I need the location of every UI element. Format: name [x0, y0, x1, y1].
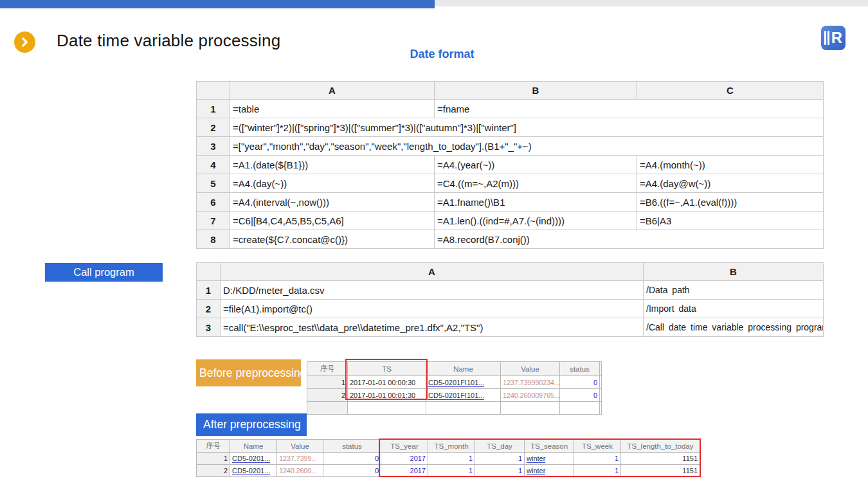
partial-row	[307, 402, 602, 415]
data-cell: 1	[307, 376, 348, 389]
table-row: 3=call("E:\\esproc_test\\data_pre\\datet…	[197, 318, 824, 337]
data-cell: 0	[560, 376, 600, 389]
column-header: TS_year	[381, 440, 428, 453]
column-header: 序号	[307, 362, 348, 376]
column-header	[600, 362, 602, 376]
column-header: status	[560, 362, 600, 376]
column-header: TS_month	[428, 440, 475, 453]
code-cell: =create(${C7.concat@c()})	[230, 230, 435, 249]
column-header: TS	[348, 362, 426, 376]
data-cell	[600, 389, 602, 402]
row-number: 1	[197, 281, 221, 300]
code-cell: D:/KDD/meter_data.csv	[221, 281, 644, 300]
code-cell: /Data path	[644, 281, 824, 300]
table-row: 5=A4.(day(~))=C4.((m=~,A2(m)))=A4.(day@w…	[197, 174, 824, 193]
code-cell: =C6|[B4,C4,A5,B5,C5,A6]	[230, 212, 435, 230]
before-preprocessing-label: Before preprocessing	[196, 359, 301, 386]
row-number: 1	[197, 100, 230, 118]
table-row: 1D:/KDD/meter_data.csv/Data path	[197, 281, 824, 300]
data-cell: 2	[197, 465, 230, 477]
table-row: 12017-01-01 00:00:30CD5-0201FI101...1237…	[307, 376, 602, 389]
after-preprocessing-label: After preprocessing	[196, 413, 307, 436]
after-table: 序号NameValuestatusTS_yearTS_monthTS_dayTS…	[196, 439, 700, 477]
code-cell: =B6|A3	[637, 212, 824, 230]
data-cell: 2	[307, 389, 348, 402]
code-cell: =file(A1).import@tc()	[221, 300, 644, 318]
data-cell: winter	[525, 465, 574, 477]
code-cell: =A1.(date(${B1}))	[230, 156, 435, 174]
column-header: C	[637, 82, 824, 100]
row-number: 6	[197, 193, 230, 212]
code-cell: =(["winter"]*2)|(["spring"]*3)|(["summer…	[230, 118, 824, 137]
code-cell: =C4.((m=~,A2(m)))	[435, 174, 637, 193]
column-header: status	[323, 440, 381, 453]
table-row: 1=table=fname	[197, 100, 824, 118]
esproc-logo: R	[821, 26, 845, 50]
column-header: A	[230, 82, 435, 100]
column-header-row: 序号NameValuestatusTS_yearTS_monthTS_dayTS…	[197, 440, 700, 453]
data-cell: 2017-01-01 00:00:30	[348, 376, 426, 389]
code-cell: =fname	[435, 100, 824, 118]
data-cell: 1	[475, 453, 525, 465]
code-cell: =A4.(day(~))	[230, 174, 435, 193]
data-cell: 2017	[381, 453, 428, 465]
before-table: 序号TSNameValuestatus12017-01-01 00:00:30C…	[307, 361, 602, 415]
page-title: Date time variable processing	[57, 31, 280, 51]
data-cell: 1	[574, 465, 621, 477]
code-cell: =table	[230, 100, 435, 118]
row-number: 2	[197, 118, 230, 137]
column-header: TS_season	[525, 440, 574, 453]
code-table: ABC1=table=fname2=(["winter"]*2)|(["spri…	[196, 81, 824, 249]
table-row: 6=A4.(interval(~,now()))=A1.fname()\B1=B…	[197, 193, 824, 212]
data-cell: 1151	[621, 453, 700, 465]
call-program-button[interactable]: Call program	[45, 263, 163, 282]
column-header: B	[644, 263, 824, 281]
row-number: 8	[197, 230, 230, 249]
data-cell: CD5-0201FI101...	[426, 389, 501, 402]
table-row: 4=A1.(date(${B1}))=A4.(year(~))=A4.(mont…	[197, 156, 824, 174]
code-cell: =["year","month","day","season","week","…	[230, 137, 824, 156]
column-header: 序号	[197, 440, 230, 453]
code-cell: =A4.(month(~))	[637, 156, 824, 174]
data-cell: 0	[560, 389, 600, 402]
data-cell: 2017	[381, 465, 428, 477]
column-header: B	[435, 82, 637, 100]
data-cell: 1	[428, 453, 475, 465]
code-cell: /Import data	[644, 300, 824, 318]
code-cell: =B6.((f=~,A1.(eval(f))))	[637, 193, 824, 212]
code-cell: =A1.len().((ind=#,A7.(~(ind))))	[435, 212, 637, 230]
column-header-row: AB	[197, 263, 824, 281]
data-cell: CD5-0201...	[230, 453, 277, 465]
column-header: Name	[426, 362, 501, 376]
data-cell: 1151	[621, 465, 700, 477]
data-cell: CD5-0201FI101...	[426, 376, 501, 389]
table-row: 2=file(A1).import@tc()/Import data	[197, 300, 824, 318]
code-cell: =A1.fname()\B1	[435, 193, 637, 212]
column-header: TS_week	[574, 440, 621, 453]
data-cell	[600, 376, 602, 389]
top-bar-blue	[0, 0, 435, 8]
top-bar-gray	[435, 0, 868, 6]
logo-letter: R	[831, 30, 842, 46]
data-cell: 1240.260009765...	[501, 389, 560, 402]
code-cell: =call("E:\\esproc_test\\data_pre\\dateti…	[221, 318, 644, 337]
data-cell: 1	[574, 453, 621, 465]
table-row: 8=create(${C7.concat@c()})=A8.record(B7.…	[197, 230, 824, 249]
column-header: TS_length_to_today	[621, 440, 700, 453]
data-cell: 1240.2600...	[277, 465, 323, 477]
code-cell: =A4.(interval(~,now()))	[230, 193, 435, 212]
code-cell: /Call date time variable processing prog…	[644, 318, 824, 337]
data-cell: 1237.7399...	[277, 453, 323, 465]
column-header-row: 序号TSNameValuestatus	[307, 362, 602, 376]
column-header: Value	[277, 440, 323, 453]
table-row: 7=C6|[B4,C4,A5,B5,C5,A6]=A1.len().((ind=…	[197, 212, 824, 230]
code-cell: =A8.record(B7.conj())	[435, 230, 824, 249]
data-cell: 1	[428, 465, 475, 477]
data-cell: 0	[323, 453, 381, 465]
data-cell: 1	[197, 453, 230, 465]
column-header: Value	[501, 362, 560, 376]
table-row: 2CD5-0201...1240.2600...0201711winter111…	[197, 465, 700, 477]
row-number: 2	[197, 300, 221, 318]
table-row: 1CD5-0201...1237.7399...0201711winter111…	[197, 453, 700, 465]
data-cell: winter	[525, 453, 574, 465]
